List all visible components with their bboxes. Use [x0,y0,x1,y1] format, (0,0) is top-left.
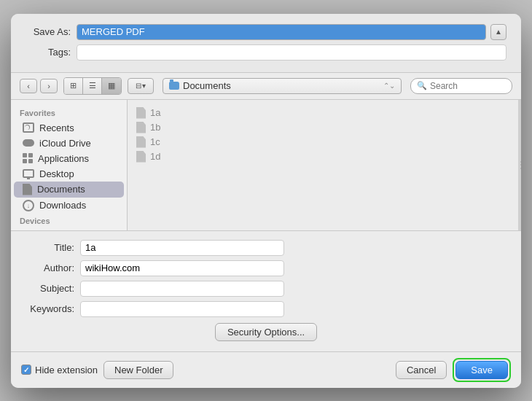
sidebar-item-recents[interactable]: Recents [14,120,124,136]
keywords-input[interactable] [80,301,284,317]
view-buttons: ⊞ ☰ ▦ [63,77,122,95]
save-dialog: Save As: ▲ Tags: ‹ › ⊞ ☰ ▦ [11,14,521,388]
save-as-row: Save As: ▲ [26,24,506,40]
downloads-icon [23,200,34,211]
apps-icon [23,153,33,163]
search-icon: 🔍 [417,81,427,90]
sidebar-item-icloud[interactable]: iCloud Drive [14,136,124,151]
footer: Hide extension New Folder Cancel Save [11,352,521,388]
toolbar: ‹ › ⊞ ☰ ▦ ⊟ ▾ Documents ⌃⌄ 🔍 [11,73,521,100]
sidebar-label-applications: Applications [38,153,89,164]
search-bar[interactable]: 🔍 [410,78,512,94]
sidebar-label-desktop: Desktop [39,168,74,179]
forward-icon: › [47,82,50,90]
file-name: 1a [150,107,160,118]
save-as-input[interactable] [77,24,486,40]
file-icon [136,136,146,148]
expand-button[interactable]: ▲ [490,24,506,40]
sidebar-label-recents: Recents [39,122,74,133]
file-icon [136,122,146,133]
tags-row: Tags: [26,44,506,61]
file-name: 1c [150,136,160,147]
keywords-label: Keywords: [26,303,80,314]
folder-icon [169,82,179,90]
save-button[interactable]: Save [455,361,508,379]
cancel-button[interactable]: Cancel [396,361,447,379]
view-cover-button[interactable]: ⊟ ▾ [128,78,154,94]
view-columns-button[interactable]: ▦ [102,78,121,94]
main-content: Favorites Recents iCloud Drive Applicati… [11,100,521,231]
author-row: Author: [26,260,506,276]
location-label: Documents [183,80,383,91]
file-icon [136,107,146,119]
security-options-button[interactable]: Security Options... [215,323,317,341]
dropdown-arrow: ▾ [142,82,146,90]
tags-label: Tags: [26,47,77,58]
hide-extension-checkbox[interactable]: Hide extension [21,365,98,375]
sidebar-item-documents[interactable]: Documents [14,182,124,198]
resize-handle[interactable] [518,100,521,230]
forward-button[interactable]: › [40,79,58,93]
checkbox-icon [21,365,31,375]
author-label: Author: [26,262,80,273]
grid-icon: ⊞ [70,81,77,90]
author-input[interactable] [80,260,284,276]
list-item[interactable]: 1d [128,149,518,164]
sidebar-label-documents: Documents [37,184,85,195]
list-item[interactable]: 1b [128,120,518,135]
hide-extension-label: Hide extension [35,365,98,375]
new-folder-button[interactable]: New Folder [103,361,173,379]
list-icon: ☰ [89,81,96,90]
title-label: Title: [26,242,80,253]
list-item[interactable]: 1a [128,106,518,120]
sidebar-item-applications[interactable]: Applications [14,151,124,166]
keywords-row: Keywords: [26,301,506,317]
favorites-section-title: Favorites [11,107,127,120]
view-list-button[interactable]: ☰ [83,78,102,94]
documents-icon [23,184,32,195]
list-item[interactable]: 1c [128,135,518,149]
back-button[interactable]: ‹ [20,79,37,93]
title-row: Title: [26,240,506,256]
save-as-section: Save As: ▲ Tags: [11,14,521,73]
metadata-section: Title: Author: Subject: Keywords: Securi… [11,231,521,352]
sidebar-label-icloud: iCloud Drive [39,138,91,149]
subject-input[interactable] [80,281,284,297]
back-icon: ‹ [27,82,30,90]
save-button-wrapper: Save [453,358,511,382]
devices-section-title: Devices [11,214,127,227]
sidebar-item-downloads[interactable]: Downloads [14,198,124,214]
file-icon [136,151,146,163]
file-list: 1a 1b 1c 1d [128,100,518,230]
file-name: 1d [150,151,160,162]
subject-label: Subject: [26,283,80,294]
sidebar-label-downloads: Downloads [39,200,86,211]
subject-row: Subject: [26,281,506,297]
cover-icon: ⊟ [136,82,141,90]
sidebar-item-desktop[interactable]: Desktop [14,166,124,182]
columns-icon: ▦ [108,81,115,90]
cloud-icon [23,139,34,147]
location-bar[interactable]: Documents ⌃⌄ [163,78,402,94]
title-input[interactable] [80,240,284,256]
search-input[interactable] [430,81,506,91]
recents-icon [23,122,34,133]
file-name: 1b [150,122,160,133]
save-as-label: Save As: [26,26,77,37]
view-icon-button[interactable]: ⊞ [64,78,83,94]
expand-icon: ▲ [495,28,502,36]
desktop-icon [23,169,34,178]
location-arrows: ⌃⌄ [383,82,395,90]
sidebar: Favorites Recents iCloud Drive Applicati… [11,100,128,230]
tags-input[interactable] [77,44,506,61]
